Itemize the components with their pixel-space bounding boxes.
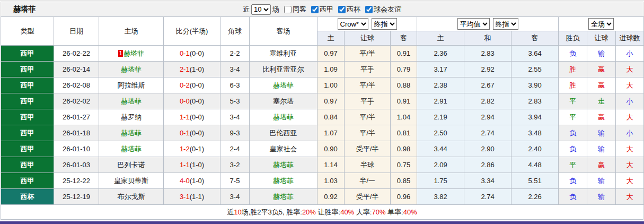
corners-cell: 2-4 <box>220 141 250 157</box>
home-team-name: 赫塔菲 <box>121 145 142 153</box>
score-cell: 0-1(0-0) <box>164 125 220 141</box>
fulltime-score: 2-1 <box>180 65 190 73</box>
avg-draw-odds: 2.86 <box>464 157 511 173</box>
halftime-score: (1-0) <box>190 177 204 185</box>
liga-filter-label: 西甲 <box>320 5 333 14</box>
table-header: 类型 日期 主场 比分(半场) 角球 客场 Crow* 终指 平均值 <box>1 17 644 46</box>
summary-segment: 近 <box>227 208 234 216</box>
sub-header-hcp-away: 客 <box>391 31 417 46</box>
header-select-row: 类型 日期 主场 比分(半场) 角球 客场 Crow* 终指 平均值 <box>1 17 644 31</box>
col-header-away: 客场 <box>250 17 317 46</box>
result-cell: 平 <box>559 109 587 125</box>
handicap-away-odds: 1.04 <box>391 109 417 125</box>
corners-cell: 2-2 <box>220 46 250 62</box>
date-cell: 25-12-19 <box>54 189 99 205</box>
away-team-cell: 皇家社会 <box>250 141 317 157</box>
avg-home-odds: 3.82 <box>417 189 464 205</box>
date-cell: 26-01-18 <box>54 125 99 141</box>
liga-checkbox[interactable] <box>311 6 319 13</box>
date-cell: 25-12-22 <box>54 173 99 189</box>
average-stage-select[interactable]: 终指 <box>493 18 518 30</box>
handicap-result-cell: 赢 <box>587 77 616 93</box>
home-team-name: 赫塔菲 <box>121 65 142 73</box>
result-cell: 负 <box>559 189 587 205</box>
avg-draw-odds: 2.92 <box>464 62 511 77</box>
score-cell: 3-1(1-1) <box>164 189 220 205</box>
halftime-score: (0-0) <box>190 81 204 89</box>
league-cell: 西甲 <box>1 109 54 125</box>
sub-header-result: 胜负 <box>559 31 587 46</box>
fulltime-score: 0-0 <box>180 97 190 105</box>
average-group-header: 平均值 终指 <box>417 17 559 31</box>
away-team-name: 赫塔菲 <box>273 113 294 121</box>
handicap-home-odds: 0.92 <box>317 189 345 205</box>
summary-bar: 近10场,胜2平3负5, 胜率:20% 让胜率:40% 大率:70% 单率:40… <box>1 205 643 220</box>
table-row: 西杯 25-12-19 布尔戈斯 3-1(1-1) 3-4 赫塔菲 0.92 受… <box>1 189 644 205</box>
summary-segment: 40% <box>403 208 417 216</box>
league-filter-friendly: 球会友谊 <box>362 5 401 14</box>
sub-header-hcp-home: 主 <box>317 31 345 46</box>
sub-header-avg-draw: 和 <box>464 31 511 46</box>
friendly-filter-label: 球会友谊 <box>374 5 401 14</box>
avg-home-odds: 2.09 <box>417 157 464 173</box>
goals-result-cell: 大 <box>616 109 644 125</box>
summary-segment: 70% <box>372 208 385 216</box>
col-header-type: 类型 <box>1 17 54 46</box>
same-venue-checkbox[interactable] <box>284 6 292 13</box>
handicap-result-cell: 赢 <box>587 157 616 173</box>
handicap-away-odds: 0.98 <box>391 141 417 157</box>
league-cell: 西甲 <box>1 93 54 109</box>
corners-cell: 3-4 <box>220 189 250 205</box>
away-team-name: 赫塔菲 <box>273 81 294 89</box>
goals-result-cell: 大 <box>616 189 644 205</box>
goals-result-cell: 小 <box>616 46 644 62</box>
handicap-home-odds: 0.97 <box>317 93 345 109</box>
summary-segment: 大率: <box>354 208 372 216</box>
halftime-score: (0-1) <box>190 145 204 153</box>
league-cell: 西甲 <box>1 77 54 93</box>
avg-away-odds: 2.55 <box>511 62 559 77</box>
scope-select[interactable]: 全场 <box>588 18 614 30</box>
score-cell: 2-1(1-0) <box>164 62 220 77</box>
handicap-result-cell: 赢 <box>587 62 616 77</box>
avg-draw-odds: 2.83 <box>464 46 511 62</box>
halftime-score: (0-0) <box>190 97 204 105</box>
home-team-cell: 巴列卡诺 <box>99 157 164 173</box>
handicap-line: 平/半 <box>345 125 391 141</box>
handicap-home-odds: 1.14 <box>317 157 345 173</box>
halftime-score: (0-0) <box>190 49 204 57</box>
cup-checkbox[interactable] <box>338 6 346 13</box>
avg-away-odds: 2.26 <box>511 189 559 205</box>
home-team-cell: 1赫塔菲 <box>99 46 164 62</box>
goals-result-cell: 大 <box>616 141 644 157</box>
goals-result-cell: 大 <box>616 157 644 173</box>
score-cell: 1-1(0-0) <box>164 109 220 125</box>
result-cell: 平 <box>559 93 587 109</box>
home-team-name: 赫罗纳 <box>121 113 142 121</box>
odds-company-select[interactable]: Crow* <box>338 18 368 30</box>
avg-draw-odds: 2.74 <box>464 125 511 141</box>
bottom-divider-bar <box>0 221 644 224</box>
sub-header-avg-home: 主 <box>417 31 464 46</box>
summary-text: 近10场,胜2平3负5, 胜率:20% 让胜率:40% 大率:70% 单率:40… <box>227 208 417 217</box>
fulltime-score: 0-1 <box>180 49 190 57</box>
handicap-stage-select[interactable]: 终指 <box>372 18 397 30</box>
friendly-checkbox[interactable] <box>365 6 373 13</box>
handicap-away-odds: 0.75 <box>391 157 417 173</box>
score-cell: 4-0(1-0) <box>164 173 220 189</box>
summary-segment: 10 <box>234 208 241 216</box>
handicap-line: 平/半 <box>345 46 391 62</box>
goals-result-cell: 大 <box>616 77 644 93</box>
avg-away-odds: 4.48 <box>511 157 559 173</box>
away-team-name: 赫塔菲 <box>273 193 294 201</box>
handicap-home-odds: 1.03 <box>317 173 345 189</box>
col-header-date: 日期 <box>54 17 99 46</box>
handicap-home-odds: 0.84 <box>317 109 345 125</box>
recent-count-select[interactable]: 10 <box>251 4 271 15</box>
avg-home-odds: 2.50 <box>417 125 464 141</box>
league-cell: 西甲 <box>1 125 54 141</box>
halftime-score: (0-0) <box>190 129 204 137</box>
score-cell: 0-2(0-0) <box>164 77 220 93</box>
average-mode-select[interactable]: 平均值 <box>457 18 490 30</box>
summary-segment: 20% <box>302 208 316 216</box>
